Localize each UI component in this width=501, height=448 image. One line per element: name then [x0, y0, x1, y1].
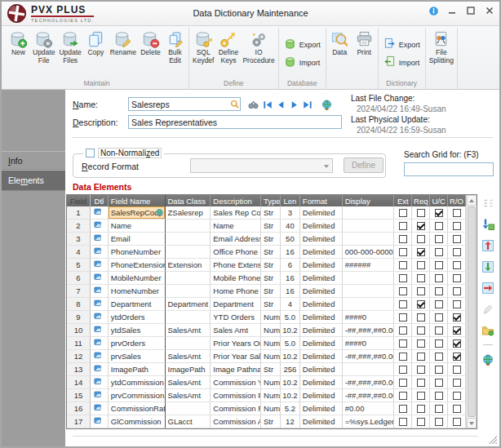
table-row[interactable]: 7HomeNumberHome PhoneStr16Delimited: [67, 285, 466, 298]
column-header-description[interactable]: Description: [211, 195, 261, 206]
req-checkbox[interactable]: [412, 285, 430, 298]
data-class-cell[interactable]: [166, 402, 211, 415]
last-icon[interactable]: [300, 98, 313, 111]
dtl-icon[interactable]: [91, 259, 109, 272]
ext-checkbox[interactable]: [394, 389, 412, 402]
description-cell[interactable]: Email Address: [211, 233, 261, 246]
import-button[interactable]: Import: [284, 55, 321, 71]
table-row[interactable]: 6MobileNumberMobile PhoneStr16Delimited: [67, 272, 466, 285]
table-row[interactable]: 10ytdSalesSalesAmtSales AmtNum10.2Delimi…: [67, 324, 466, 337]
uc-checkbox[interactable]: [430, 272, 448, 285]
type-cell[interactable]: Str: [261, 285, 281, 298]
resize-grip-icon[interactable]: [489, 436, 497, 444]
display-cell[interactable]: -##,###,##0.00: [343, 350, 395, 363]
len-cell[interactable]: 6: [281, 259, 300, 272]
column-header-field[interactable]: Field: [67, 195, 91, 206]
data-class-cell[interactable]: [166, 285, 211, 298]
dtl-icon[interactable]: [91, 233, 109, 246]
uc-checkbox[interactable]: [430, 389, 448, 402]
type-cell[interactable]: Num: [261, 389, 281, 402]
type-cell[interactable]: Str: [261, 206, 281, 220]
close-button[interactable]: [483, 4, 496, 17]
table-row[interactable]: 5PhoneExtensionExtensionPhone ExtensionS…: [67, 259, 466, 272]
description-cell[interactable]: Mobile Phone: [211, 272, 261, 285]
description-input[interactable]: [128, 115, 342, 129]
format-cell[interactable]: Delimited: [300, 233, 343, 246]
first-icon[interactable]: [261, 98, 274, 111]
ro-checkbox[interactable]: [448, 206, 466, 220]
display-cell[interactable]: 000-000-0000: [343, 246, 395, 259]
prev-icon[interactable]: [274, 98, 287, 111]
dtl-icon[interactable]: [91, 402, 109, 415]
uc-checkbox[interactable]: [430, 206, 448, 220]
len-cell[interactable]: 10.2: [281, 376, 300, 389]
uc-checkbox[interactable]: [430, 324, 448, 337]
description-cell[interactable]: Department: [211, 298, 261, 311]
description-cell[interactable]: Name: [211, 220, 261, 233]
file-splitting-button[interactable]: File Splitting: [428, 29, 455, 66]
vertical-scrollbar[interactable]: [466, 195, 477, 428]
field-name-cell[interactable]: ytdOrders: [109, 311, 166, 324]
ext-checkbox[interactable]: [394, 246, 412, 259]
search-grid-input[interactable]: [404, 162, 494, 176]
description-cell[interactable]: Phone Extension: [211, 259, 261, 272]
len-cell[interactable]: 10.2: [281, 389, 300, 402]
maximize-button[interactable]: [464, 4, 477, 17]
req-checkbox[interactable]: [412, 337, 430, 350]
uc-checkbox[interactable]: [430, 285, 448, 298]
move-top-icon[interactable]: [481, 238, 495, 252]
display-cell[interactable]: [343, 220, 395, 233]
table-row[interactable]: 16CommissionRateCommission RateNum5.2Del…: [67, 402, 466, 415]
ext-checkbox[interactable]: [394, 298, 412, 311]
io-procedure-button[interactable]: IO Procedure: [241, 29, 276, 66]
define-keys-button[interactable]: Define Keys: [216, 29, 240, 66]
data-class-cell[interactable]: [166, 337, 211, 350]
req-checkbox[interactable]: [412, 259, 430, 272]
req-checkbox[interactable]: [412, 246, 430, 259]
format-cell[interactable]: Delimited: [300, 337, 343, 350]
data-class-cell[interactable]: ImagePath: [166, 363, 211, 376]
len-cell[interactable]: 16: [281, 246, 300, 259]
req-checkbox[interactable]: [412, 272, 430, 285]
ext-checkbox[interactable]: [394, 259, 412, 272]
uc-checkbox[interactable]: [430, 337, 448, 350]
ext-checkbox[interactable]: [394, 350, 412, 363]
dtl-icon[interactable]: [91, 311, 109, 324]
ext-checkbox[interactable]: [394, 206, 412, 220]
minimize-button[interactable]: [446, 4, 459, 17]
field-name-cell[interactable]: prvOrders: [109, 337, 166, 350]
format-cell[interactable]: Delimited: [300, 311, 343, 324]
type-cell[interactable]: Str: [261, 363, 281, 376]
ext-checkbox[interactable]: [394, 272, 412, 285]
ro-checkbox[interactable]: [448, 389, 466, 402]
req-checkbox[interactable]: [412, 233, 430, 246]
field-name-cell[interactable]: Name: [109, 220, 166, 233]
field-name-cell[interactable]: prvCommission: [109, 389, 166, 402]
len-cell[interactable]: 5.0: [281, 311, 300, 324]
data-class-cell[interactable]: SalesAmt: [166, 324, 211, 337]
type-cell[interactable]: Num: [261, 324, 281, 337]
globe-icon[interactable]: [481, 353, 495, 366]
ro-checkbox[interactable]: [448, 298, 466, 311]
dtl-icon[interactable]: [91, 350, 109, 363]
print-button[interactable]: Print: [352, 29, 376, 58]
format-cell[interactable]: Delimited: [300, 246, 343, 259]
search-icon[interactable]: [228, 98, 242, 111]
table-row[interactable]: 8DepartmentDepartmentDepartmentStr4Delim…: [67, 298, 466, 311]
display-cell[interactable]: ######: [343, 259, 395, 272]
field-name-cell[interactable]: ImagePath: [109, 363, 166, 376]
data-class-cell[interactable]: SalesAmt: [166, 350, 211, 363]
description-cell[interactable]: Image Pathname: [211, 363, 261, 376]
table-row[interactable]: 4PhoneNumberOffice PhoneStr16Delimited00…: [67, 246, 466, 259]
len-cell[interactable]: 256: [281, 363, 300, 376]
ext-checkbox[interactable]: [394, 376, 412, 389]
len-cell[interactable]: 10.2: [281, 350, 300, 363]
find-icon[interactable]: [246, 98, 259, 111]
display-cell[interactable]: [343, 206, 395, 220]
ro-checkbox[interactable]: [448, 363, 466, 376]
len-cell[interactable]: 5.0: [281, 337, 300, 350]
horizontal-scrollbar[interactable]: [73, 436, 478, 437]
display-cell[interactable]: [343, 272, 395, 285]
uc-checkbox[interactable]: [430, 259, 448, 272]
non-normalized-checkbox[interactable]: [86, 149, 95, 157]
